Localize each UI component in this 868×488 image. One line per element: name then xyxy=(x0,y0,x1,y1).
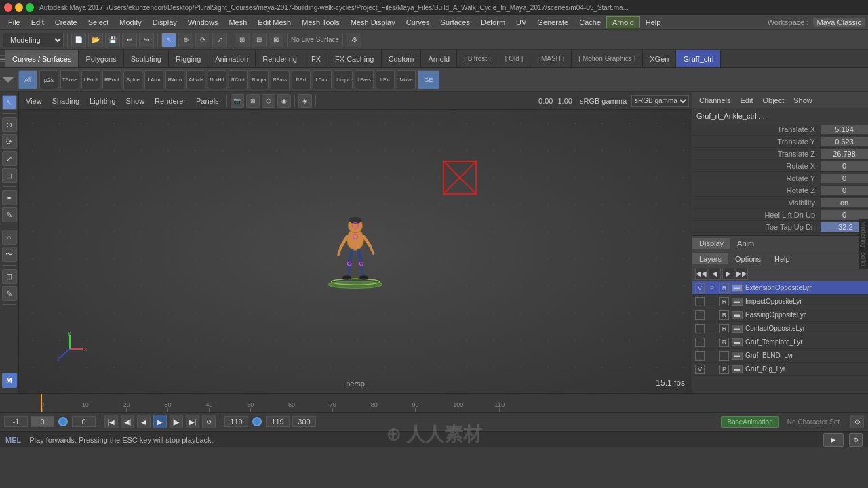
layer-r[interactable]: R xyxy=(719,324,729,333)
range-end-field[interactable] xyxy=(224,416,248,427)
tab-fx[interactable]: FX xyxy=(304,50,328,67)
menu-deform[interactable]: Deform xyxy=(475,17,511,28)
rotate-tool[interactable]: ⟳ xyxy=(2,134,17,149)
playhead[interactable] xyxy=(41,394,42,412)
mode-dropdown[interactable]: Modeling xyxy=(3,33,64,47)
move-tool[interactable]: ⊕ xyxy=(2,117,17,132)
shelf-rext[interactable]: RExt xyxy=(292,70,311,89)
show-menu[interactable]: Show xyxy=(122,96,149,106)
layer-row[interactable]: VPR▬ExtensionOppositeLyr xyxy=(692,281,868,295)
vp-grid-icon[interactable]: ⊞ xyxy=(246,94,260,108)
go-end-btn[interactable]: ▶| xyxy=(186,415,199,428)
new-icon[interactable]: 📄 xyxy=(71,33,86,47)
tab-xgen[interactable]: XGen xyxy=(643,50,676,67)
shelf-lpass[interactable]: LPass xyxy=(355,70,374,89)
max-frame-field[interactable] xyxy=(292,416,316,427)
lasso-tool[interactable]: ○ xyxy=(2,230,17,245)
tabs-menu-icon[interactable]: ☰ xyxy=(0,50,5,67)
channel-row[interactable]: Toe Tap Up Dn-32.2 xyxy=(692,221,868,233)
vp-shaded-icon[interactable]: ◉ xyxy=(277,94,291,108)
tab-rendering[interactable]: Rendering xyxy=(256,50,304,67)
anim-set-btn[interactable]: BaseAnimation xyxy=(721,416,778,428)
shelf-tpose[interactable]: TPose xyxy=(60,70,79,89)
tab-gruff-ctrl[interactable]: Gruff_ctrl xyxy=(676,50,721,67)
layer-vis[interactable]: V xyxy=(695,365,705,374)
channel-value[interactable]: 5.164 xyxy=(821,125,868,134)
channels-btn[interactable]: Channels xyxy=(696,96,733,105)
tab-motion-graphics[interactable]: [ Motion Graphics ] xyxy=(572,50,643,67)
shelf-ge[interactable]: GE xyxy=(418,70,439,89)
edit-btn[interactable]: Edit xyxy=(737,96,755,105)
layer-row[interactable]: R▬Gruf_Template_Lyr xyxy=(692,336,868,349)
panels-menu[interactable]: Panels xyxy=(192,96,223,106)
shelf-lcont[interactable]: LCont xyxy=(313,70,332,89)
paint-tool[interactable]: ✎ xyxy=(2,207,17,222)
layer-nav-prev[interactable]: ◀ xyxy=(709,268,721,280)
shelf-rimpa[interactable]: RImpa xyxy=(250,70,269,89)
channel-row[interactable]: Translate Z26.798 xyxy=(692,148,868,160)
show-btn[interactable]: Show xyxy=(791,96,815,105)
menu-arnold[interactable]: Arnold xyxy=(606,16,640,28)
channel-row[interactable]: Rotate Z0 xyxy=(692,184,868,197)
layer-vis[interactable]: V xyxy=(695,283,705,293)
annotation-tool[interactable]: ✎ xyxy=(2,286,17,301)
anim-tab[interactable]: Anim xyxy=(730,238,761,249)
settings-btn-bottom[interactable]: ⚙ xyxy=(849,433,863,447)
char-set-settings[interactable]: ⚙ xyxy=(850,415,864,428)
scale-icon[interactable]: ⤢ xyxy=(212,33,227,47)
menu-mesh-tools[interactable]: Mesh Tools xyxy=(296,17,344,28)
tab-fx-caching[interactable]: FX Caching xyxy=(328,50,381,67)
soft-select-tool[interactable]: ✦ xyxy=(2,190,17,205)
shelf-larm[interactable]: LArm xyxy=(144,70,163,89)
play-btn-bottom[interactable]: ▶ xyxy=(823,433,844,447)
channel-row[interactable]: Visibilityon xyxy=(692,197,868,209)
universal-tool[interactable]: ⊞ xyxy=(2,168,17,183)
layer-vis[interactable] xyxy=(695,351,705,361)
shelf-rcont[interactable]: RCont xyxy=(229,70,248,89)
tab-mash[interactable]: [ MASH ] xyxy=(530,50,572,67)
channel-row[interactable]: Translate Y0.623 xyxy=(692,136,868,148)
channel-value[interactable]: 0 xyxy=(821,161,868,171)
scale-tool[interactable]: ⤢ xyxy=(2,151,17,166)
layer-row[interactable]: VP▬Gruf_Rig_Lyr xyxy=(692,363,868,376)
layer-r[interactable]: P xyxy=(719,365,729,374)
loop-btn[interactable]: ↺ xyxy=(202,415,216,428)
menu-modify[interactable]: Modify xyxy=(114,17,146,28)
layer-row[interactable]: R▬ContactOppositeLyr xyxy=(692,322,868,336)
options-subtab[interactable]: Options xyxy=(728,253,768,264)
maximize-button[interactable] xyxy=(26,3,34,12)
open-icon[interactable]: 📂 xyxy=(88,33,103,47)
layer-r[interactable]: R xyxy=(719,310,729,320)
channel-value[interactable]: 0 xyxy=(821,210,868,220)
channel-row[interactable]: Rotate Y0 xyxy=(692,172,868,184)
menu-display[interactable]: Display xyxy=(147,17,182,28)
menu-cache[interactable]: Cache xyxy=(574,17,606,28)
menu-mesh[interactable]: Mesh xyxy=(223,17,252,28)
shelf-spine[interactable]: Spine xyxy=(123,70,142,89)
tab-sculpting[interactable]: Sculpting xyxy=(124,50,169,67)
menu-surfaces[interactable]: Surfaces xyxy=(435,17,475,28)
view-menu[interactable]: View xyxy=(22,96,46,106)
shelf-limpa[interactable]: LImpa xyxy=(334,70,353,89)
minimize-button[interactable] xyxy=(15,3,23,12)
shelf-adnch[interactable]: AdNcH xyxy=(186,70,205,89)
range-start-field[interactable] xyxy=(72,416,96,427)
shelf-rarm[interactable]: RArm xyxy=(165,70,184,89)
play-back-btn[interactable]: ◀ xyxy=(137,415,151,428)
layers-subtab[interactable]: Layers xyxy=(692,253,728,264)
layer-nav-last[interactable]: ▶▶ xyxy=(736,268,748,280)
menu-edit-mesh[interactable]: Edit Mesh xyxy=(252,17,296,28)
menu-curves[interactable]: Curves xyxy=(401,17,435,28)
channel-value[interactable]: 0 xyxy=(821,174,868,183)
menu-select[interactable]: Select xyxy=(83,17,115,28)
close-button[interactable] xyxy=(4,3,12,12)
tab-curves-surfaces[interactable]: Curves / Surfaces xyxy=(5,50,79,67)
shelf-move[interactable]: Move xyxy=(397,70,416,89)
object-btn[interactable]: Object xyxy=(760,96,787,105)
shelf-rfoot[interactable]: RFoot xyxy=(102,70,121,89)
move-icon[interactable]: ⊕ xyxy=(178,33,193,47)
layer-vis[interactable] xyxy=(695,310,705,320)
layer-r[interactable]: R xyxy=(719,297,729,306)
layer-nav-next[interactable]: ▶ xyxy=(722,268,734,280)
menu-windows[interactable]: Windows xyxy=(182,17,224,28)
